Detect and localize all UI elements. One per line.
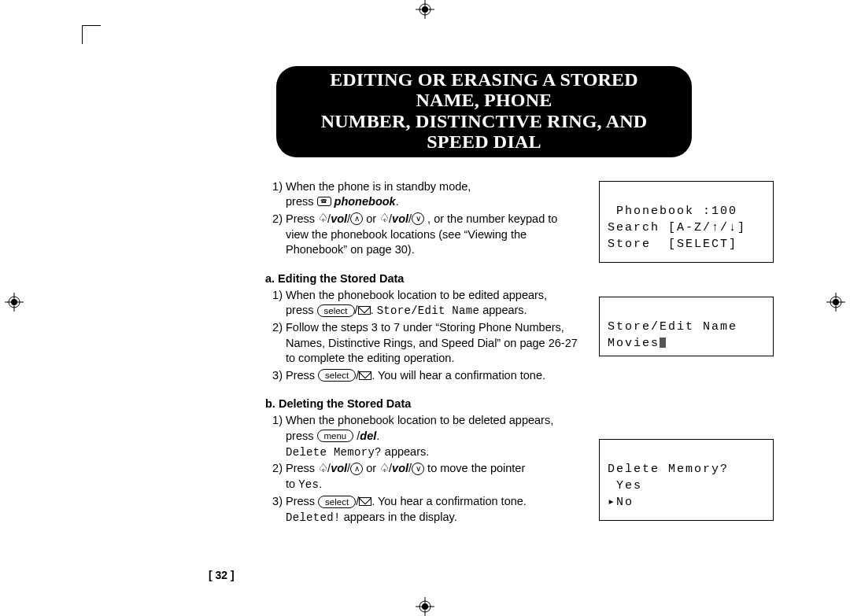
select-key-icon: select (318, 369, 356, 382)
text: appears. (479, 304, 527, 316)
step-text: Press ♤/vol/ or ♤/vol/ , or the number k… (286, 212, 578, 258)
text: When the phonebook location to be edited… (286, 289, 547, 301)
text: When the phone is in standby mode, (286, 180, 471, 193)
lcd3-line3: ▸No (608, 496, 634, 509)
intro-step-2: 2) Press ♤/vol/ or ♤/vol/ , or the numbe… (265, 212, 578, 258)
section-a-step-3: 3) Press select/. You will hear a confir… (265, 368, 578, 384)
text: . (396, 195, 399, 208)
phonebook-label: phonebook (334, 195, 396, 208)
section-b-steps: 1) When the phonebook location to be del… (209, 413, 578, 525)
lcd1-line2: Search [A-Z/↑/↓] (608, 221, 746, 234)
text: . You will hear a confirmation tone. (371, 369, 545, 382)
text: Press (286, 369, 318, 382)
text: When the phonebook location to be delete… (286, 414, 553, 426)
select-key-icon: select (318, 496, 356, 508)
registration-mark-right-icon (826, 293, 845, 312)
step-text: When the phone is in standby mode, press… (286, 179, 578, 210)
intro-step-1: 1) When the phone is in standby mode, pr… (265, 179, 578, 210)
vol-label: vol (392, 462, 408, 474)
step-text: When the phonebook location to be delete… (286, 413, 578, 459)
page-number: [ 32 ] (209, 569, 235, 581)
step-text: Press select/. You will hear a confirmat… (286, 368, 578, 384)
del-label: del (360, 430, 376, 442)
vol-label: vol (331, 462, 347, 474)
step-number: 3) (265, 494, 286, 525)
text: . You hear a confirmation tone. (371, 495, 527, 507)
lcd2-line2: Movies (608, 337, 660, 350)
select-key-icon: select (317, 304, 355, 317)
section-a-step-2: 2) Follow the steps 3 to 7 under “Storin… (265, 320, 578, 367)
lcd-inline-text: Store/Edit Name (377, 304, 480, 317)
step-number: 1) (265, 413, 286, 459)
lcd3-line2: Yes (608, 479, 642, 492)
step-number: 2) (265, 461, 286, 492)
volume-down-icon (412, 463, 424, 475)
crop-mark-icon (82, 25, 101, 44)
cursor-icon (660, 338, 666, 348)
registration-mark-left-icon (5, 293, 24, 312)
step-number: 1) (265, 179, 286, 210)
text: . (319, 478, 322, 490)
intro-steps: 1) When the phone is in standby mode, pr… (209, 179, 578, 258)
lcd1-line1: Phonebook :100 (608, 205, 737, 218)
text: or (366, 212, 379, 225)
lcd-screen-phonebook: Phonebook :100 Search [A-Z/↑/↓] Store [S… (599, 181, 774, 263)
text: press (286, 304, 317, 316)
text: Press (286, 495, 318, 507)
lcd-inline-text: Yes (298, 478, 319, 491)
section-a-step-1: 1) When the phonebook location to be edi… (265, 288, 578, 319)
content-body: Phonebook :100 Search [A-Z/↑/↓] Store [S… (209, 179, 759, 526)
section-b-step-1: 1) When the phonebook location to be del… (265, 413, 578, 459)
text: appears. (382, 445, 429, 458)
text: press (286, 430, 317, 442)
section-b-step-3: 3) Press select/. You hear a confirmatio… (265, 494, 578, 525)
lcd-screen-store-edit: Store/Edit Name Movies (599, 297, 774, 356)
lcd-inline-text: Delete Memory? (286, 446, 382, 459)
text: press (286, 195, 317, 208)
lcd1-line3: Store [SELECT] (608, 238, 737, 251)
page-content: EDITING OR ERASING A STORED NAME, PHONE … (209, 66, 759, 527)
volume-up-icon (350, 212, 363, 225)
text: , or the number keypad (427, 212, 545, 225)
text: appears in the display. (341, 511, 457, 523)
text: Press (286, 462, 318, 474)
volume-down-icon (412, 212, 424, 225)
step-text: Press select/. You hear a confirmation t… (286, 494, 578, 525)
step-text: Follow the steps 3 to 7 under “Storing P… (286, 320, 578, 367)
envelope-icon (359, 497, 371, 506)
text: to move the pointer (427, 462, 525, 474)
bell-icon: ♤ (379, 211, 389, 227)
title-line-2: NUMBER, DISTINCTIVE RING, AND SPEED DIAL (298, 111, 670, 153)
registration-mark-top-icon (416, 0, 434, 19)
text: . (371, 304, 377, 316)
step-text: When the phonebook location to be edited… (286, 288, 578, 319)
bell-icon: ♤ (379, 461, 389, 477)
volume-up-icon (350, 463, 363, 475)
text: Press (286, 212, 318, 225)
subsection-a-heading: a. Editing the Stored Data (265, 272, 578, 285)
registration-mark-bottom-icon (416, 597, 434, 616)
lcd3-line1: Delete Memory? (608, 463, 729, 476)
text: or (366, 462, 379, 474)
menu-key-icon: menu (317, 430, 354, 442)
step-number: 3) (265, 368, 286, 384)
lcd-inline-text: Deleted! (286, 511, 341, 524)
subsection-b-heading: b. Deleting the Stored Data (265, 397, 578, 410)
envelope-icon (359, 371, 371, 380)
text: . (376, 430, 379, 442)
instruction-column: 1) When the phone is in standby mode, pr… (209, 179, 578, 526)
section-b-step-2: 2) Press ♤/vol/ or ♤/vol/ to move the po… (265, 461, 578, 492)
step-number: 1) (265, 288, 286, 319)
vol-label: vol (331, 212, 347, 225)
step-text: Press ♤/vol/ or ♤/vol/ to move the point… (286, 461, 578, 492)
step-number: 2) (265, 320, 286, 367)
section-title: EDITING OR ERASING A STORED NAME, PHONE … (276, 66, 692, 157)
vol-label: vol (392, 212, 408, 225)
text: to (286, 478, 298, 490)
lcd2-line1: Store/Edit Name (608, 320, 737, 334)
lcd-screen-delete: Delete Memory? Yes ▸No (599, 439, 774, 521)
phonebook-key-icon (317, 197, 331, 206)
title-line-1: EDITING OR ERASING A STORED NAME, PHONE (298, 69, 670, 111)
envelope-icon (358, 306, 371, 315)
bell-icon: ♤ (318, 461, 327, 477)
